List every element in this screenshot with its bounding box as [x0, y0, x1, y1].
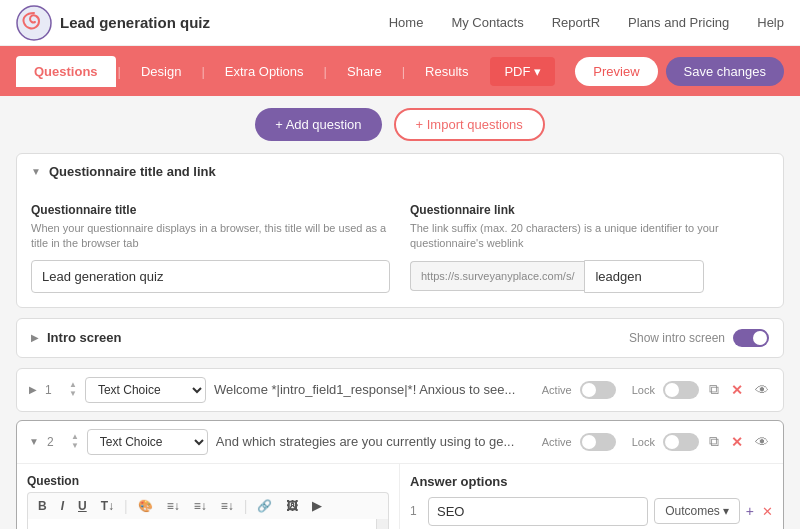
question-2-editor-area: Question B I U T↓ | 🎨 ≡↓ ≡↓ ≡↓ | 🔗 🖼 ▶: [17, 464, 783, 529]
toolbar-link[interactable]: 🔗: [253, 497, 276, 515]
toolbar-text-size[interactable]: T↓: [97, 497, 118, 515]
pdf-label: PDF: [504, 64, 530, 79]
questionnaire-section-title: Questionnaire title and link: [49, 164, 769, 179]
q2-lock-toggle[interactable]: [663, 433, 699, 451]
question-2-header: ▼ 2 ▲ ▼ Text Choice Multiple Choice Sing…: [17, 421, 783, 464]
toolbar-sep1: |: [124, 498, 128, 514]
q2-expand-icon[interactable]: ▼: [29, 436, 39, 447]
q1-copy-btn[interactable]: ⧉: [707, 379, 721, 400]
nav-links: Home My Contacts ReportR Plans and Prici…: [389, 15, 784, 30]
link-row: https://s.surveyanyplace.com/s/: [410, 260, 769, 293]
link-prefix: https://s.surveyanyplace.com/s/: [410, 261, 584, 291]
q2-up-arrow[interactable]: ▲: [71, 433, 79, 441]
toolbar-bold[interactable]: B: [34, 497, 51, 515]
question-1-header: ▶ 1 ▲ ▼ Text Choice Multiple Choice Sing…: [17, 369, 783, 411]
tab-pdf[interactable]: PDF ▾: [490, 57, 555, 86]
app-logo: Lead generation quiz: [16, 5, 210, 41]
title-input[interactable]: [31, 260, 390, 293]
title-field-label: Questionnaire title: [31, 203, 390, 217]
link-field-desc: The link suffix (max. 20 characters) is …: [410, 221, 769, 252]
toolbar-image[interactable]: 🖼: [282, 497, 302, 515]
answer-1-input[interactable]: [428, 497, 648, 526]
title-field-desc: When your questionnaire displays in a br…: [31, 221, 390, 252]
nav-contacts[interactable]: My Contacts: [451, 15, 523, 30]
tab-extra[interactable]: Extra Options: [207, 56, 322, 87]
questionnaire-chevron: ▼: [31, 166, 41, 177]
link-field-group: Questionnaire link The link suffix (max.…: [410, 203, 769, 293]
answer-options-title: Answer options: [410, 474, 773, 489]
answer-1-del-btn[interactable]: ✕: [762, 504, 773, 519]
q2-copy-btn[interactable]: ⧉: [707, 431, 721, 452]
nav-plans[interactable]: Plans and Pricing: [628, 15, 729, 30]
q2-active-toggle[interactable]: [580, 433, 616, 451]
toolbar-list2[interactable]: ≡↓: [217, 497, 238, 515]
toolbar-color[interactable]: 🎨: [134, 497, 157, 515]
q1-delete-btn[interactable]: ✕: [729, 380, 745, 400]
tab-div3: |: [324, 64, 327, 79]
q1-type-select[interactable]: Text Choice Multiple Choice Single Choic…: [85, 377, 206, 403]
q1-lock-label: Lock: [632, 384, 655, 396]
q1-up-arrow[interactable]: ▲: [69, 381, 77, 389]
toolbar-align[interactable]: ≡↓: [163, 497, 184, 515]
tab-design[interactable]: Design: [123, 56, 199, 87]
preview-button[interactable]: Preview: [575, 57, 657, 86]
add-question-button[interactable]: + Add question: [255, 108, 381, 141]
intro-chevron: ▶: [31, 332, 39, 343]
link-field-label: Questionnaire link: [410, 203, 769, 217]
link-suffix-input[interactable]: [584, 260, 704, 293]
navbar: Lead generation quiz Home My Contacts Re…: [0, 0, 800, 46]
q1-lock-toggle[interactable]: [663, 381, 699, 399]
toolbar-underline[interactable]: U: [74, 497, 91, 515]
q2-active-label: Active: [542, 436, 572, 448]
question-editor-label: Question: [27, 474, 389, 488]
editor-toolbar: B I U T↓ | 🎨 ≡↓ ≡↓ ≡↓ | 🔗 🖼 ▶: [27, 492, 389, 519]
toolbar-video[interactable]: ▶: [308, 497, 325, 515]
tab-results[interactable]: Results: [407, 56, 486, 87]
q2-text: And which strategies are you currently u…: [216, 434, 534, 449]
question-editor-left: Question B I U T↓ | 🎨 ≡↓ ≡↓ ≡↓ | 🔗 🖼 ▶: [17, 464, 400, 529]
toolbar-sep2: |: [244, 498, 248, 514]
tab-questions[interactable]: Questions: [16, 56, 116, 87]
questionnaire-grid: Questionnaire title When your questionna…: [31, 203, 769, 293]
editor-scrollbar[interactable]: [376, 519, 388, 529]
question-row-1: ▶ 1 ▲ ▼ Text Choice Multiple Choice Sing…: [16, 368, 784, 412]
q2-delete-btn[interactable]: ✕: [729, 432, 745, 452]
answer-1-num: 1: [410, 504, 422, 518]
question-editor-right: Answer options 1 Outcomes ▾ + ✕ 2 Outcom…: [400, 464, 783, 529]
q1-order-arrows: ▲ ▼: [69, 381, 77, 398]
q1-active-toggle[interactable]: [580, 381, 616, 399]
q1-expand-icon[interactable]: ▶: [29, 384, 37, 395]
nav-reportr[interactable]: ReportR: [552, 15, 600, 30]
tab-share[interactable]: Share: [329, 56, 400, 87]
tab-div4: |: [402, 64, 405, 79]
nav-help[interactable]: Help: [757, 15, 784, 30]
answer-option-1: 1 Outcomes ▾ + ✕: [410, 497, 773, 526]
q1-down-arrow[interactable]: ▼: [69, 390, 77, 398]
q1-num: 1: [45, 383, 61, 397]
action-row: + Add question + Import questions: [16, 108, 784, 141]
q2-order-arrows: ▲ ▼: [71, 433, 79, 450]
intro-section: ▶ Intro screen Show intro screen: [16, 318, 784, 358]
q1-text: Welcome *|intro_field1_response|*! Anxio…: [214, 382, 534, 397]
tab-div2: |: [201, 64, 204, 79]
q2-lock-label: Lock: [632, 436, 655, 448]
tabs-bar: Questions | Design | Extra Options | Sha…: [0, 46, 800, 96]
questionnaire-fields: Questionnaire title When your questionna…: [17, 189, 783, 307]
nav-home[interactable]: Home: [389, 15, 424, 30]
answer-1-add-btn[interactable]: +: [746, 503, 754, 519]
toolbar-italic[interactable]: I: [57, 497, 68, 515]
editor-content[interactable]: And which strategies are you currently u…: [27, 519, 389, 529]
questionnaire-section: ▼ Questionnaire title and link Questionn…: [16, 153, 784, 308]
app-title: Lead generation quiz: [60, 14, 210, 31]
pdf-chevron: ▾: [534, 64, 541, 79]
toolbar-list1[interactable]: ≡↓: [190, 497, 211, 515]
save-button[interactable]: Save changes: [666, 57, 784, 86]
import-questions-button[interactable]: + Import questions: [394, 108, 545, 141]
q2-view-btn[interactable]: 👁: [753, 432, 771, 452]
q1-view-btn[interactable]: 👁: [753, 380, 771, 400]
q2-type-select[interactable]: Text Choice Multiple Choice Single Choic…: [87, 429, 208, 455]
q2-down-arrow[interactable]: ▼: [71, 442, 79, 450]
questionnaire-section-header[interactable]: ▼ Questionnaire title and link: [17, 154, 783, 189]
intro-toggle[interactable]: [733, 329, 769, 347]
answer-1-outcomes-btn[interactable]: Outcomes ▾: [654, 498, 740, 524]
